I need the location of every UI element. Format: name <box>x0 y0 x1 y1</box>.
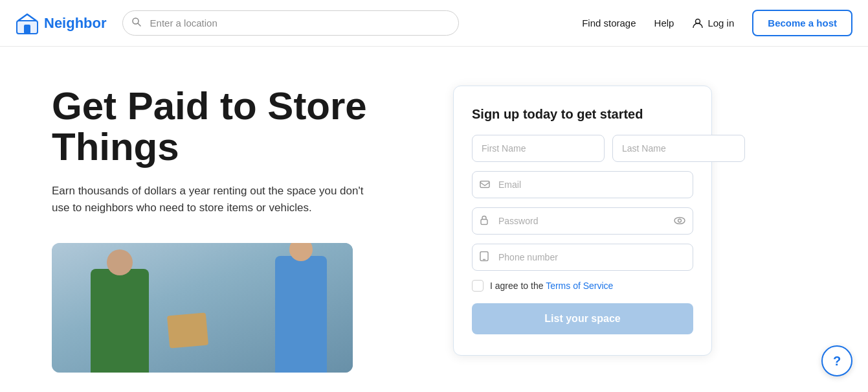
svg-rect-1 <box>24 25 30 34</box>
email-field <box>472 171 693 198</box>
first-name-field <box>472 135 605 162</box>
list-space-button[interactable]: List your space <box>472 303 693 334</box>
hero-title: Get Paid to Store Things <box>52 86 427 167</box>
logo-icon <box>16 12 39 35</box>
location-search <box>122 10 459 36</box>
logo-text: Neighbor <box>44 15 107 32</box>
name-row <box>472 135 693 162</box>
lock-icon <box>480 215 489 227</box>
svg-point-6 <box>674 218 685 224</box>
header: Neighbor Find storage Help Log in Become… <box>0 0 868 47</box>
phone-icon <box>480 251 489 264</box>
password-input[interactable] <box>472 207 693 235</box>
box-figure <box>167 312 208 348</box>
phone-field <box>472 244 693 271</box>
help-bubble[interactable]: ? <box>821 345 852 376</box>
terms-checkbox[interactable] <box>472 280 484 292</box>
hero-section: Get Paid to Store Things Earn thousands … <box>52 86 427 373</box>
hero-subtitle: Earn thousands of dollars a year renting… <box>52 183 375 217</box>
hero-image <box>52 243 353 373</box>
email-input[interactable] <box>472 171 693 198</box>
terms-text: I agree to the Terms of Service <box>490 281 613 291</box>
header-nav: Find storage Help Log in Become a host <box>582 10 852 36</box>
first-name-input[interactable] <box>472 135 605 162</box>
signup-title: Sign up today to get started <box>472 107 693 122</box>
terms-row: I agree to the Terms of Service <box>472 280 693 292</box>
last-name-field <box>612 135 745 162</box>
svg-rect-4 <box>480 181 489 188</box>
phone-input[interactable] <box>472 244 693 271</box>
become-host-button[interactable]: Become a host <box>752 10 852 36</box>
svg-rect-5 <box>481 220 487 225</box>
signup-card: Sign up today to get started <box>453 86 712 356</box>
user-icon <box>692 17 704 29</box>
help-icon: ? <box>833 354 841 369</box>
signup-section: Sign up today to get started <box>453 86 712 373</box>
show-password-icon[interactable] <box>674 216 685 227</box>
email-icon <box>480 179 490 190</box>
person2-figure <box>275 256 327 373</box>
location-input[interactable] <box>122 10 459 36</box>
person1-figure <box>91 269 149 373</box>
login-link[interactable]: Log in <box>692 17 734 29</box>
last-name-input[interactable] <box>612 135 745 162</box>
help-link[interactable]: Help <box>654 17 674 29</box>
search-icon <box>131 17 142 30</box>
hero-image-bg <box>52 243 353 373</box>
terms-of-service-link[interactable]: Terms of Service <box>546 281 613 291</box>
main-content: Get Paid to Store Things Earn thousands … <box>0 47 868 392</box>
svg-point-7 <box>678 219 682 222</box>
logo[interactable]: Neighbor <box>16 12 107 35</box>
password-field <box>472 207 693 235</box>
find-storage-link[interactable]: Find storage <box>582 17 636 29</box>
